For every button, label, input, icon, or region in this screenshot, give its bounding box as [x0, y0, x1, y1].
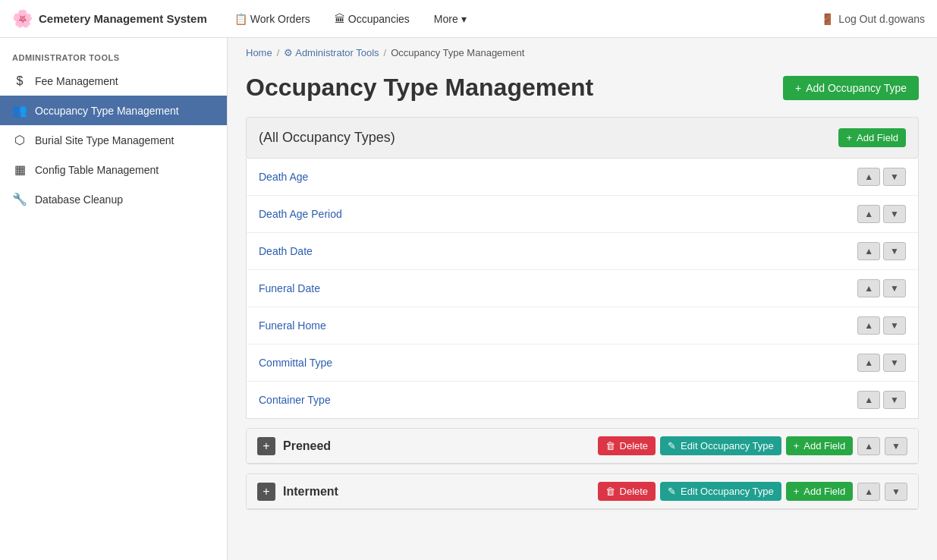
admin-tools-icon: ⚙: [284, 47, 293, 58]
sort-down-container-type[interactable]: ▼: [883, 391, 906, 409]
sort-up-committal-type[interactable]: ▲: [857, 354, 880, 372]
sort-down-funeral-home[interactable]: ▼: [883, 316, 906, 335]
delete-interment-button[interactable]: 🗑 Delete: [598, 482, 656, 501]
logout-button[interactable]: 🚪 Log Out d.gowans: [821, 13, 925, 25]
field-name-death-age: Death Age: [259, 171, 308, 183]
edit-preneed-label: Edit Occupancy Type: [681, 440, 774, 451]
main-content: Home / ⚙ Administrator Tools / Occupancy…: [228, 38, 937, 560]
add-field-preneed-button[interactable]: + Add Field: [786, 436, 854, 455]
group-interment-left: + Interment: [257, 483, 338, 501]
sidebar-item-config-table-management[interactable]: ▦ Config Table Management: [0, 155, 227, 184]
sort-down-death-date[interactable]: ▼: [883, 242, 906, 260]
sort-down-death-age-period[interactable]: ▼: [883, 205, 906, 223]
edit-occupancy-type-preneed-button[interactable]: ✎ Edit Occupancy Type: [660, 436, 781, 455]
sidebar-item-fee-management-label: Fee Management: [35, 75, 118, 87]
all-types-title: (All Occupancy Types): [259, 130, 395, 146]
page-title: Occupancy Type Management: [246, 74, 593, 102]
sort-down-committal-type[interactable]: ▼: [883, 354, 906, 372]
sort-buttons-container-type: ▲ ▼: [857, 391, 906, 409]
sort-down-preneed[interactable]: ▼: [885, 437, 907, 455]
work-orders-icon: 📋: [234, 13, 247, 25]
sidebar: ADMINISTRATOR TOOLS $ Fee Management 👥 O…: [0, 38, 228, 560]
field-name-funeral-home: Funeral Home: [259, 319, 326, 332]
add-occupancy-button-label: Add Occupancy Type: [806, 82, 907, 94]
breadcrumb-admin-label: Administrator Tools: [295, 47, 379, 58]
edit-occupancy-type-interment-button[interactable]: ✎ Edit Occupancy Type: [660, 482, 781, 501]
table-row: Death Age Period ▲ ▼: [247, 196, 918, 233]
table-row: Funeral Date ▲ ▼: [247, 270, 918, 307]
wrench-icon: 🔧: [12, 192, 27, 206]
group-preneed: + Preneed 🗑 Delete ✎ Edit Occupancy Type…: [246, 428, 919, 464]
people-icon: 👥: [12, 103, 27, 118]
sidebar-section-title: ADMINISTRATOR TOOLS: [0, 44, 227, 67]
field-name-death-age-period: Death Age Period: [259, 208, 342, 220]
breadcrumb-admin-tools[interactable]: ⚙ Administrator Tools: [284, 47, 379, 58]
sort-down-death-age[interactable]: ▼: [883, 168, 906, 186]
sort-up-death-date[interactable]: ▲: [857, 242, 880, 260]
sidebar-item-database-cleanup[interactable]: 🔧 Database Cleanup: [0, 184, 227, 214]
add-field-interment-label: Add Field: [803, 486, 845, 497]
sidebar-item-occupancy-type-management[interactable]: 👥 Occupancy Type Management: [0, 96, 227, 125]
nav-work-orders-label: Work Orders: [250, 13, 310, 25]
expand-preneed-button[interactable]: +: [257, 437, 275, 455]
sort-up-death-age-period[interactable]: ▲: [857, 205, 880, 223]
expand-interment-button[interactable]: +: [257, 483, 275, 501]
sidebar-item-fee-management[interactable]: $ Fee Management: [0, 67, 227, 96]
breadcrumb-sep-1: /: [277, 47, 280, 58]
add-occupancy-type-button[interactable]: + Add Occupancy Type: [783, 76, 919, 100]
sort-down-funeral-date[interactable]: ▼: [883, 279, 906, 297]
plus-icon: +: [795, 82, 801, 94]
group-preneed-right: 🗑 Delete ✎ Edit Occupancy Type + Add Fie…: [598, 436, 907, 455]
sort-up-preneed[interactable]: ▲: [857, 437, 880, 455]
sort-buttons-funeral-date: ▲ ▼: [857, 279, 906, 297]
add-field-button-all[interactable]: + Add Field: [838, 128, 906, 147]
sidebar-item-burial-label: Burial Site Type Management: [35, 134, 174, 146]
group-preneed-header: + Preneed 🗑 Delete ✎ Edit Occupancy Type…: [247, 429, 918, 464]
delete-preneed-button[interactable]: 🗑 Delete: [598, 436, 656, 455]
nav-work-orders[interactable]: 📋 Work Orders: [225, 0, 319, 38]
add-field-interment-button[interactable]: + Add Field: [786, 482, 854, 501]
group-interment-header: + Interment 🗑 Delete ✎ Edit Occupancy Ty…: [247, 474, 918, 509]
all-types-fields: Death Age ▲ ▼ Death Age Period ▲ ▼ Death…: [246, 159, 919, 419]
edit-icon-preneed: ✎: [668, 440, 676, 451]
plus-icon-interment: +: [794, 486, 800, 497]
group-interment-right: 🗑 Delete ✎ Edit Occupancy Type + Add Fie…: [598, 482, 907, 501]
sort-up-container-type[interactable]: ▲: [857, 391, 880, 409]
plus-icon-preneed: +: [794, 440, 800, 451]
edit-icon-interment: ✎: [668, 486, 676, 497]
sort-up-funeral-date[interactable]: ▲: [857, 279, 880, 297]
occupancies-icon: 🏛: [335, 13, 345, 25]
table-row: Death Date ▲ ▼: [247, 233, 918, 270]
delete-preneed-label: Delete: [620, 440, 649, 451]
group-preneed-left: + Preneed: [257, 437, 331, 455]
brand-icon: 🌸: [12, 9, 33, 29]
sort-buttons-funeral-home: ▲ ▼: [857, 316, 906, 335]
sort-up-funeral-home[interactable]: ▲: [857, 316, 880, 335]
sort-down-interment[interactable]: ▼: [885, 483, 907, 501]
field-name-container-type: Container Type: [259, 394, 331, 406]
sidebar-item-config-label: Config Table Management: [35, 164, 159, 176]
top-nav: 🌸 Cemetery Management System 📋 Work Orde…: [0, 0, 937, 38]
breadcrumb-current: Occupancy Type Management: [391, 47, 524, 58]
sort-buttons-death-date: ▲ ▼: [857, 242, 906, 260]
delete-interment-label: Delete: [620, 486, 649, 497]
sort-up-death-age[interactable]: ▲: [857, 168, 880, 186]
sidebar-item-burial-site-type-management[interactable]: ⬡ Burial Site Type Management: [0, 125, 227, 155]
group-interment-name: Interment: [283, 485, 338, 499]
sort-up-interment[interactable]: ▲: [857, 483, 880, 501]
nav-occupancies[interactable]: 🏛 Occupancies: [325, 0, 419, 38]
nav-more[interactable]: More ▾: [425, 0, 476, 38]
page-header: Occupancy Type Management + Add Occupanc…: [228, 68, 937, 117]
brand-name: Cemetery Management System: [39, 12, 207, 25]
nav-more-label: More: [434, 13, 458, 25]
breadcrumb-home[interactable]: Home: [246, 47, 272, 58]
chevron-down-icon: ▾: [461, 13, 467, 25]
sort-buttons-death-age-period: ▲ ▼: [857, 205, 906, 223]
nav-occupancies-label: Occupancies: [348, 13, 410, 25]
dollar-icon: $: [12, 74, 27, 88]
group-interment: + Interment 🗑 Delete ✎ Edit Occupancy Ty…: [246, 473, 919, 510]
breadcrumb: Home / ⚙ Administrator Tools / Occupancy…: [228, 38, 937, 68]
sidebar-item-database-label: Database Cleanup: [35, 193, 123, 206]
plus-icon-add-field: +: [846, 132, 852, 143]
trash-icon-interment: 🗑: [605, 486, 615, 497]
